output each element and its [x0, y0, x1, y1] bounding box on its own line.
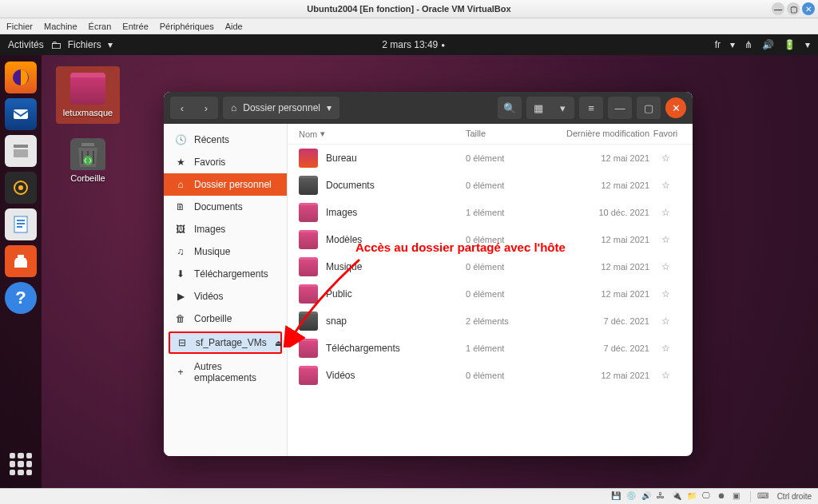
col-size[interactable]: Taille [466, 129, 546, 139]
folder-icon [299, 257, 318, 276]
svg-rect-2 [14, 145, 28, 148]
recording-icon[interactable]: ⏺ [717, 491, 729, 502]
minimize-window-button[interactable]: — [608, 97, 632, 119]
datetime[interactable]: 2 mars 13:49 [382, 39, 438, 50]
volume-icon[interactable]: 🔊 [762, 39, 774, 50]
minimize-button[interactable]: — [772, 2, 784, 15]
file-list: Bureau0 élément12 mai 2021☆Documents0 él… [288, 145, 693, 456]
folder-icon [70, 73, 105, 105]
file-row[interactable]: Documents0 élément12 mai 2021☆ [288, 172, 693, 199]
dock-help[interactable]: ? [5, 282, 37, 314]
file-size: 0 élément [466, 153, 546, 163]
col-favori[interactable]: Favori [649, 129, 681, 139]
dock-rhythmbox[interactable] [5, 172, 37, 204]
shared-folder-icon[interactable]: 📁 [687, 491, 698, 502]
dock-libreoffice[interactable] [5, 208, 37, 240]
sidebar-item-recents[interactable]: 🕓Récents [164, 129, 287, 151]
audio-icon[interactable]: 🔊 [641, 491, 653, 502]
maximize-button[interactable]: ▢ [787, 2, 800, 15]
menu-entree[interactable]: Entrée [122, 22, 148, 31]
window-controls: — ▢ ✕ [772, 2, 815, 15]
col-modified[interactable]: Dernière modification [546, 129, 649, 139]
desktop-icon-folder[interactable]: letuxmasque [56, 66, 120, 124]
sidebar-item-corbeille[interactable]: 🗑Corbeille [164, 308, 287, 330]
folder-icon [299, 203, 318, 222]
hd-icon[interactable]: 💾 [611, 491, 622, 502]
vbox-title: Ubuntu2004 [En fonction] - Oracle VM Vir… [307, 4, 510, 14]
network-icon[interactable]: 🖧 [657, 491, 668, 502]
forward-button[interactable]: › [194, 97, 218, 119]
display-icon[interactable]: 🖵 [702, 491, 713, 502]
sidebar-item-telechargements[interactable]: ⬇Téléchargements [164, 263, 287, 285]
close-button[interactable]: ✕ [802, 2, 815, 15]
trash-icon [70, 138, 105, 170]
activities-button[interactable]: Activités [8, 39, 44, 50]
sidebar-item-favoris[interactable]: ★Favoris [164, 151, 287, 173]
disk-icon: ⊟ [177, 337, 188, 348]
file-name: Téléchargements [326, 343, 466, 354]
sidebar-item-images[interactable]: 🖼Images [164, 218, 287, 240]
star-icon[interactable]: ☆ [649, 288, 681, 300]
file-size: 1 élément [466, 343, 546, 353]
battery-icon[interactable]: 🔋 [784, 39, 796, 50]
sidebar-item-videos[interactable]: ▶Vidéos [164, 285, 287, 308]
col-name[interactable]: Nom▾ [299, 129, 466, 139]
sidebar-item-shared-folder[interactable]: ⊟sf_Partage_VMs⏏ [169, 331, 282, 354]
cd-icon[interactable]: 💿 [626, 491, 637, 502]
sidebar-item-musique[interactable]: ♫Musique [164, 240, 287, 263]
dock-software[interactable] [5, 245, 37, 277]
file-row[interactable]: Vidéos0 élément12 mai 2021☆ [288, 362, 693, 389]
file-row[interactable]: Musique0 élément12 mai 2021☆ [288, 253, 693, 280]
search-button[interactable]: 🔍 [498, 97, 522, 119]
back-button[interactable]: ‹ [170, 97, 194, 119]
dock: ? [0, 55, 42, 488]
star-icon[interactable]: ☆ [649, 207, 681, 218]
dock-apps-grid[interactable] [6, 450, 35, 478]
menu-peripheriques[interactable]: Périphériques [160, 22, 214, 31]
home-icon: ⌂ [231, 102, 236, 113]
star-icon[interactable]: ☆ [649, 234, 681, 245]
view-dropdown-button[interactable]: ▾ [550, 97, 574, 119]
network-icon[interactable]: ⋔ [745, 39, 752, 50]
file-row[interactable]: Public0 élément12 mai 2021☆ [288, 280, 693, 308]
menu-fichier[interactable]: Fichier [6, 22, 33, 31]
sidebar-item-other-locations[interactable]: +Autres emplacements [164, 355, 287, 389]
eject-icon[interactable]: ⏏ [275, 339, 282, 347]
path-chevron-icon: ▾ [327, 102, 332, 113]
close-window-button[interactable]: ✕ [665, 97, 686, 118]
star-icon[interactable]: ☆ [649, 370, 681, 381]
dock-thunderbird[interactable] [5, 98, 37, 130]
column-headers: Nom▾ Taille Dernière modification Favori [288, 124, 693, 145]
sort-desc-icon: ▾ [320, 129, 325, 139]
file-row[interactable]: snap2 éléments7 déc. 2021☆ [288, 308, 693, 335]
sidebar-item-documents[interactable]: 🗎Documents [164, 196, 287, 218]
system-chevron[interactable]: ▾ [805, 39, 810, 50]
menu-aide[interactable]: Aide [225, 22, 243, 31]
star-icon[interactable]: ☆ [649, 343, 681, 354]
menu-machine[interactable]: Machine [44, 22, 77, 31]
file-row[interactable]: Téléchargements1 élément7 déc. 2021☆ [288, 335, 693, 362]
usb-icon[interactable]: 🔌 [672, 491, 683, 502]
star-icon[interactable]: ☆ [649, 261, 681, 272]
menu-ecran[interactable]: Écran [89, 22, 112, 31]
star-icon[interactable]: ☆ [649, 153, 681, 164]
video-icon: ▶ [175, 291, 186, 302]
dock-firefox[interactable] [5, 62, 37, 93]
file-row[interactable]: Images1 élément10 déc. 2021☆ [288, 199, 693, 226]
hamburger-menu-button[interactable]: ≡ [579, 97, 603, 119]
lang-indicator[interactable]: fr [715, 39, 721, 50]
file-date: 12 mai 2021 [546, 181, 649, 190]
desktop-icon-trash[interactable]: Corbeille [56, 138, 120, 183]
dock-files[interactable] [5, 135, 37, 167]
star-icon: ★ [175, 157, 186, 168]
star-icon[interactable]: ☆ [649, 315, 681, 327]
view-grid-button[interactable]: ▦ [526, 97, 550, 119]
path-bar[interactable]: ⌂ Dossier personnel ▾ [223, 97, 340, 119]
app-name[interactable]: Fichiers [68, 39, 101, 50]
maximize-window-button[interactable]: ▢ [637, 97, 661, 119]
star-icon[interactable]: ☆ [649, 180, 681, 191]
hostkey-label: Ctrl droite [777, 492, 812, 501]
file-row[interactable]: Bureau0 élément12 mai 2021☆ [288, 145, 693, 172]
cpu-icon[interactable]: ▣ [733, 491, 744, 502]
sidebar-item-home[interactable]: ⌂Dossier personnel [164, 173, 287, 196]
